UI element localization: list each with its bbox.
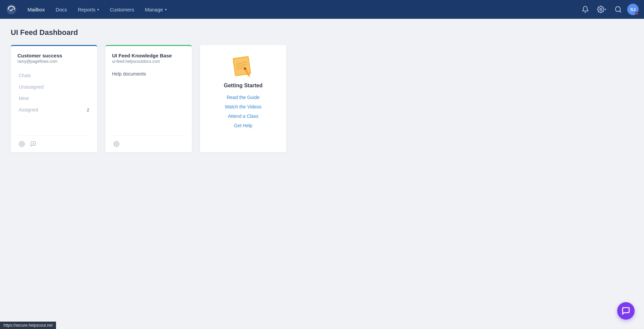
avatar-button[interactable]: SJ (627, 4, 639, 15)
menu-item-chats[interactable]: Chats (17, 70, 91, 81)
read-guide-link[interactable]: Read the Guide (227, 95, 260, 100)
nav-manage[interactable]: Manage ▾ (140, 4, 171, 15)
menu-item-assigned[interactable]: Assigned 2 (17, 104, 91, 115)
kb-card-subtitle: ui-feed.helpscoutdocs.com (112, 59, 185, 64)
kb-card-footer (112, 135, 185, 148)
logo[interactable] (5, 3, 17, 15)
kb-help-documents-link[interactable]: Help documents (112, 70, 185, 78)
kb-card: UI Feed Knowledge Base ui-feed.helpscout… (105, 45, 192, 152)
nav-reports[interactable]: Reports ▾ (73, 4, 104, 15)
new-conversation-icon (30, 141, 36, 147)
kb-card-title: UI Feed Knowledge Base (112, 53, 185, 58)
svg-point-7 (116, 143, 117, 145)
cards-row: Customer success ramy@pageflows.com Chat… (11, 45, 633, 152)
reports-chevron-icon: ▾ (97, 8, 99, 11)
chat-icon (622, 307, 630, 315)
settings-chevron-icon: ▾ (605, 8, 606, 11)
get-help-link[interactable]: Get Help (234, 123, 252, 128)
menu-item-unassigned[interactable]: Unassigned (17, 81, 91, 93)
nav-right: ▾ SJ (579, 3, 639, 16)
svg-point-4 (21, 143, 23, 145)
watch-videos-link[interactable]: Watch the Videos (225, 104, 262, 109)
status-bar: https://secure.helpscout.net (0, 322, 56, 329)
page-title: UI Feed Dashboard (11, 28, 633, 37)
mailbox-menu: Chats Unassigned Mine Assigned 2 (17, 70, 91, 130)
getting-started-illustration (230, 54, 257, 78)
mailbox-card-subtitle: ramy@pageflows.com (17, 59, 91, 64)
svg-line-3 (620, 11, 621, 12)
getting-started-title: Getting Started (224, 83, 263, 89)
mailbox-card-title: Customer success (17, 53, 91, 58)
settings-button[interactable]: ▾ (594, 3, 609, 16)
manage-chevron-icon: ▾ (165, 8, 167, 11)
new-conversation-button[interactable] (29, 140, 38, 148)
nav-links: Mailbox Docs Reports ▾ Customers Manage … (23, 4, 579, 15)
gear-icon (113, 141, 119, 147)
menu-item-mine[interactable]: Mine (17, 93, 91, 104)
kb-settings-button[interactable] (112, 140, 121, 148)
page-content: UI Feed Dashboard Customer success ramy@… (0, 19, 644, 162)
getting-started-links: Read the Guide Watch the Videos Attend a… (207, 95, 280, 128)
nav-customers[interactable]: Customers (105, 4, 139, 15)
gear-icon (19, 141, 25, 147)
avatar-notification-badge (635, 12, 639, 15)
nav-mailbox[interactable]: Mailbox (23, 4, 50, 15)
svg-point-1 (600, 8, 602, 10)
search-button[interactable] (612, 3, 625, 16)
getting-started-card: Getting Started Read the Guide Watch the… (200, 45, 286, 152)
main-nav: Mailbox Docs Reports ▾ Customers Manage … (0, 0, 644, 19)
mailbox-card: Customer success ramy@pageflows.com Chat… (11, 45, 97, 152)
notification-button[interactable] (579, 3, 592, 16)
attend-class-link[interactable]: Attend a Class (228, 113, 258, 119)
mailbox-settings-button[interactable] (17, 140, 26, 148)
chat-fab-button[interactable] (617, 302, 635, 320)
nav-docs[interactable]: Docs (51, 4, 72, 15)
mailbox-card-footer (17, 135, 91, 148)
